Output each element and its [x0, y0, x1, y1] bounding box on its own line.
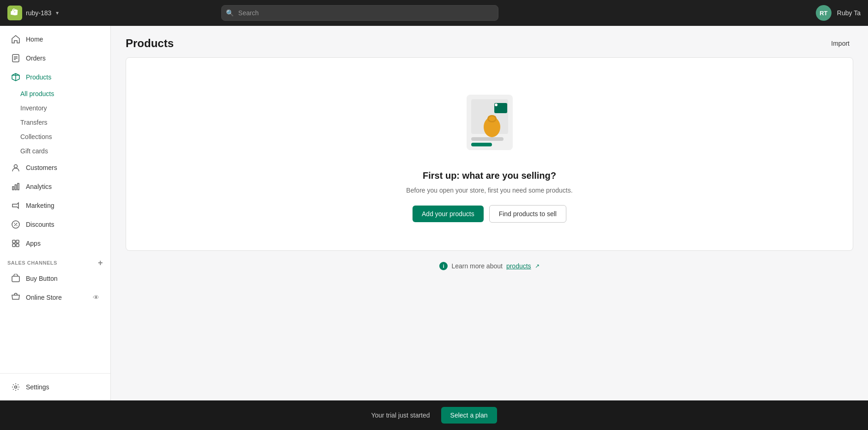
sidebar-item-customers[interactable]: Customers [4, 158, 107, 177]
subnav-gift-cards[interactable]: Gift cards [20, 144, 107, 158]
sidebar-item-buy-button[interactable]: Buy Button [4, 269, 107, 288]
svg-rect-8 [15, 185, 17, 190]
home-label: Home [26, 36, 43, 43]
svg-rect-16 [12, 244, 15, 247]
sidebar: Home Orders Products All products Invent… [0, 26, 111, 400]
subnav-collections[interactable]: Collections [20, 130, 107, 144]
store-name-label: ruby-183 [26, 9, 51, 17]
svg-rect-9 [18, 183, 19, 190]
products-icon [11, 73, 20, 82]
page-header: Products Import [126, 37, 853, 50]
sidebar-item-analytics[interactable]: Analytics [4, 177, 107, 196]
apps-icon [11, 239, 20, 248]
add-channel-button[interactable]: + [98, 259, 103, 267]
learn-more-link[interactable]: products [506, 262, 531, 270]
store-logo[interactable]: ruby-183 ▾ [7, 6, 59, 20]
subnav-inventory[interactable]: Inventory [20, 101, 107, 115]
apps-label: Apps [26, 240, 41, 247]
settings-icon [11, 382, 20, 392]
product-illustration [453, 85, 527, 159]
app-body: Home Orders Products All products Invent… [0, 26, 868, 400]
subnav-transfers[interactable]: Transfers [20, 115, 107, 129]
empty-state-title: First up: what are you selling? [423, 170, 556, 181]
page-title: Products [126, 37, 174, 50]
products-label: Products [26, 73, 51, 81]
search-bar: 🔍 [221, 5, 498, 21]
subnav-all-products[interactable]: All products [20, 87, 107, 101]
sidebar-item-orders[interactable]: Orders [4, 49, 107, 67]
discounts-label: Discounts [26, 221, 54, 228]
sidebar-bottom: Settings [0, 373, 110, 400]
user-name: Ruby Ta [837, 9, 861, 17]
search-input[interactable] [221, 5, 498, 21]
customers-icon [11, 163, 20, 172]
svg-rect-27 [471, 137, 504, 141]
customers-label: Customers [26, 164, 57, 171]
sidebar-item-apps[interactable]: Apps [4, 234, 107, 253]
sidebar-item-discounts[interactable]: Discounts [4, 215, 107, 234]
import-button[interactable]: Import [827, 38, 853, 49]
svg-point-6 [14, 165, 18, 168]
svg-point-13 [17, 225, 18, 226]
sidebar-item-home[interactable]: Home [4, 30, 107, 48]
buy-button-label: Buy Button [26, 275, 58, 282]
topbar: ruby-183 ▾ 🔍 RT Ruby Ta [0, 0, 868, 26]
select-plan-button[interactable]: Select a plan [441, 407, 497, 424]
empty-state-actions: Add your products Find products to sell [413, 205, 566, 223]
search-icon: 🔍 [226, 9, 234, 17]
discounts-icon [11, 220, 20, 229]
sidebar-nav: Home Orders Products All products Invent… [0, 26, 110, 373]
marketing-icon [11, 201, 20, 210]
online-store-icon [11, 293, 20, 302]
svg-rect-28 [471, 143, 492, 146]
empty-state-desc: Before you open your store, first you ne… [406, 187, 572, 194]
svg-point-26 [495, 103, 498, 106]
svg-rect-17 [16, 244, 19, 247]
trial-bar: Your trial just started Select a plan [0, 400, 868, 430]
main-content: Products Import [111, 26, 868, 400]
online-store-label: Online Store [26, 294, 62, 301]
analytics-label: Analytics [26, 183, 52, 190]
empty-state-card: First up: what are you selling? Before y… [126, 57, 853, 251]
orders-icon [11, 54, 20, 63]
svg-point-24 [489, 116, 495, 121]
learn-more-section: i Learn more about products ↗ [126, 262, 853, 270]
trial-text: Your trial just started [371, 412, 430, 419]
sidebar-item-settings[interactable]: Settings [4, 378, 107, 396]
svg-point-19 [15, 386, 17, 388]
svg-point-12 [14, 223, 15, 224]
sidebar-item-products[interactable]: Products [4, 68, 107, 86]
external-link-icon: ↗ [535, 263, 540, 269]
sales-channels-label: SALES CHANNELS [7, 260, 57, 266]
svg-rect-7 [12, 187, 14, 190]
eye-icon[interactable]: 👁 [93, 294, 99, 301]
sidebar-item-online-store[interactable]: Online Store 👁 [4, 288, 107, 307]
marketing-label: Marketing [26, 202, 54, 209]
shopify-icon [7, 6, 22, 20]
home-icon [11, 35, 20, 44]
buy-button-icon [11, 274, 20, 283]
avatar[interactable]: RT [816, 5, 832, 21]
learn-more-text: Learn more about [451, 262, 503, 270]
find-products-button[interactable]: Find products to sell [489, 205, 566, 223]
orders-label: Orders [26, 55, 46, 62]
sidebar-item-marketing[interactable]: Marketing [4, 196, 107, 215]
settings-label: Settings [26, 383, 49, 391]
svg-rect-18 [12, 276, 19, 282]
topbar-right: RT Ruby Ta [816, 5, 861, 21]
sales-channels-section: SALES CHANNELS + [0, 253, 110, 269]
add-products-button[interactable]: Add your products [413, 206, 484, 222]
products-subnav: All products Inventory Transfers Collect… [0, 87, 110, 158]
svg-rect-14 [12, 240, 15, 243]
analytics-icon [11, 182, 20, 191]
store-dropdown-arrow: ▾ [56, 10, 59, 16]
svg-rect-15 [16, 240, 19, 243]
info-icon: i [439, 262, 448, 270]
